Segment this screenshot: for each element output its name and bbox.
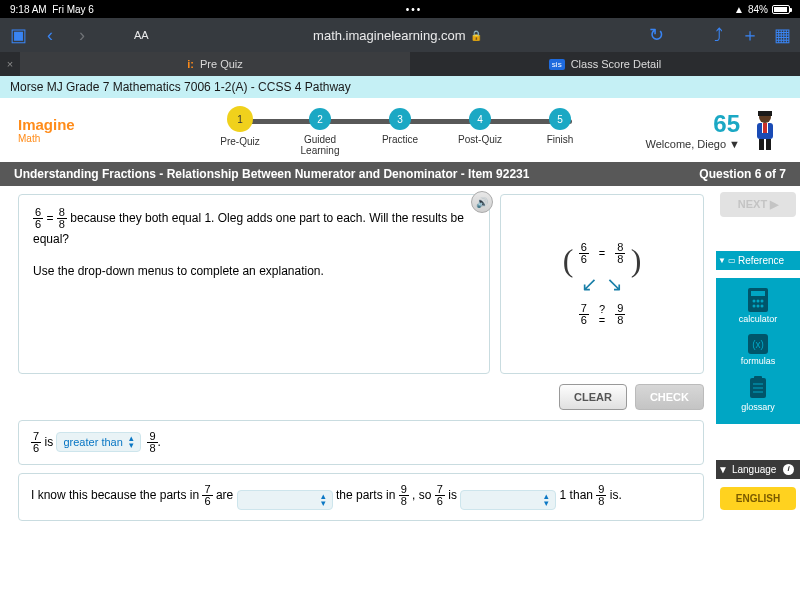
- step-guided[interactable]: 2Guided Learning: [280, 108, 360, 156]
- svg-rect-8: [751, 291, 765, 296]
- question-line1: because they both equal 1. Oleg adds one…: [33, 211, 464, 246]
- svg-rect-4: [763, 123, 767, 133]
- question-text-box: 🔊 66 = 88 because they both equal 1. Ole…: [18, 194, 490, 374]
- svg-point-13: [757, 305, 760, 308]
- answer-box-1: 76 is greater than ▴▾ 98.: [18, 420, 704, 465]
- item-title: Understanding Fractions - Relationship B…: [14, 167, 529, 181]
- step-finish[interactable]: 5Finish: [520, 108, 600, 145]
- content-column: 🔊 66 = 88 because they both equal 1. Ole…: [0, 186, 716, 600]
- browser-toolbar: ▣ ‹ › AA math.imaginelearning.com 🔒 ↻ ⤴ …: [0, 18, 800, 52]
- battery-icon: [772, 5, 790, 14]
- curve-left-icon: ↙: [581, 269, 598, 299]
- lock-icon: 🔒: [470, 30, 482, 41]
- url-text: math.imaginelearning.com: [313, 28, 465, 43]
- svg-rect-5: [759, 139, 764, 150]
- sis-badge-icon: sis: [549, 59, 565, 70]
- url-bar[interactable]: math.imaginelearning.com 🔒: [313, 28, 481, 43]
- prequiz-tab-icon: i:: [187, 58, 194, 70]
- calculator-icon: [748, 288, 768, 312]
- dropdown-parts-compare[interactable]: ▴▾: [237, 490, 333, 510]
- svg-point-14: [761, 305, 764, 308]
- svg-rect-1: [758, 111, 772, 116]
- reader-aa[interactable]: AA: [134, 29, 149, 41]
- logo-main: Imagine: [18, 116, 75, 133]
- curve-right-icon: ↘: [606, 269, 623, 299]
- share-icon[interactable]: ⤴: [708, 25, 728, 46]
- caret-down-icon: ▼: [718, 256, 726, 265]
- browser-tabs: × i: Pre Quiz sis Class Score Detail: [0, 52, 800, 76]
- wifi-icon: ▲: [734, 4, 744, 15]
- forward-icon[interactable]: ›: [72, 25, 92, 46]
- question-line2: Use the drop-down menus to complete an e…: [33, 262, 475, 280]
- svg-rect-6: [766, 139, 771, 150]
- language-english[interactable]: ENGLISH: [720, 487, 796, 510]
- svg-rect-18: [754, 376, 762, 380]
- ipad-status-bar: 9:18 AM Fri May 6 ••• ▲ 84%: [0, 0, 800, 18]
- chevron-updown-icon: ▴▾: [129, 435, 134, 449]
- sidebar-icon[interactable]: ▣: [8, 24, 28, 46]
- question-progress: Question 6 of 7: [699, 167, 786, 181]
- svg-text:(x): (x): [752, 339, 764, 350]
- formulas-tool[interactable]: (x) formulas: [741, 330, 776, 370]
- glossary-icon: [748, 376, 768, 400]
- app-header: Imagine Math 1Pre-Quiz 2Guided Learning …: [0, 98, 800, 162]
- status-date: Fri May 6: [52, 4, 94, 15]
- battery-percent: 84%: [748, 4, 768, 15]
- formulas-icon: (x): [748, 334, 768, 354]
- progress-steps: 1Pre-Quiz 2Guided Learning 3Practice 4Po…: [200, 108, 600, 156]
- tab-class-score[interactable]: sis Class Score Detail: [410, 52, 800, 76]
- diagram-box: ( 66 = 88 ) ↙ ↘ 76 ?= 98: [500, 194, 704, 374]
- course-breadcrumb: Morse MJ Grade 7 Mathematics 7006 1-2(A)…: [0, 76, 800, 98]
- logo: Imagine Math: [18, 116, 75, 144]
- tab-label: Class Score Detail: [571, 58, 661, 70]
- close-tab-icon[interactable]: ×: [0, 52, 20, 76]
- score-value: 65: [646, 110, 740, 138]
- user-menu-caret-icon[interactable]: ▼: [729, 138, 740, 150]
- dropdown-value: greater than: [63, 436, 122, 448]
- speaker-icon: 🔊: [476, 195, 488, 210]
- course-title: Morse MJ Grade 7 Mathematics 7006 1-2(A)…: [10, 80, 351, 94]
- dropdown-distance[interactable]: ▴▾: [460, 490, 556, 510]
- welcome-text: Welcome, Diego: [646, 138, 727, 150]
- sidebar: NEXT ▶ ▼ ▭Reference calculator (x) formu…: [716, 186, 800, 600]
- check-button[interactable]: CHECK: [635, 384, 704, 410]
- reference-toggle[interactable]: ▼ ▭Reference: [716, 251, 800, 270]
- clear-button[interactable]: CLEAR: [559, 384, 627, 410]
- caret-down-icon: ▼: [718, 464, 728, 475]
- chevron-updown-icon: ▴▾: [544, 493, 549, 507]
- svg-point-12: [753, 305, 756, 308]
- multitask-dots[interactable]: •••: [94, 4, 734, 15]
- tab-pre-quiz[interactable]: i: Pre Quiz: [20, 52, 410, 76]
- step-prequiz[interactable]: 1Pre-Quiz: [200, 108, 280, 147]
- item-title-bar: Understanding Fractions - Relationship B…: [0, 162, 800, 186]
- step-postquiz[interactable]: 4Post-Quiz: [440, 108, 520, 145]
- info-icon[interactable]: i: [783, 464, 794, 475]
- language-toggle[interactable]: ▼ Language i: [716, 460, 800, 479]
- svg-point-9: [753, 300, 756, 303]
- answer-box-2: I know this because the parts in 76 are …: [18, 473, 704, 521]
- reference-panel: calculator (x) formulas glossary: [716, 278, 800, 424]
- dropdown-comparison[interactable]: greater than ▴▾: [56, 432, 140, 452]
- back-icon[interactable]: ‹: [40, 25, 60, 46]
- reload-icon[interactable]: ↻: [646, 24, 666, 46]
- chevron-updown-icon: ▴▾: [321, 493, 326, 507]
- next-button[interactable]: NEXT ▶: [720, 192, 796, 217]
- audio-button[interactable]: 🔊: [471, 191, 493, 213]
- tab-label: Pre Quiz: [200, 58, 243, 70]
- glossary-tool[interactable]: glossary: [741, 372, 775, 416]
- status-time: 9:18 AM: [10, 4, 47, 15]
- calculator-tool[interactable]: calculator: [739, 284, 778, 328]
- tabs-icon[interactable]: ▦: [772, 24, 792, 46]
- new-tab-icon[interactable]: ＋: [740, 23, 760, 47]
- avatar[interactable]: [748, 108, 782, 152]
- svg-point-11: [761, 300, 764, 303]
- step-practice[interactable]: 3Practice: [360, 108, 440, 145]
- logo-sub: Math: [18, 133, 75, 144]
- svg-point-10: [757, 300, 760, 303]
